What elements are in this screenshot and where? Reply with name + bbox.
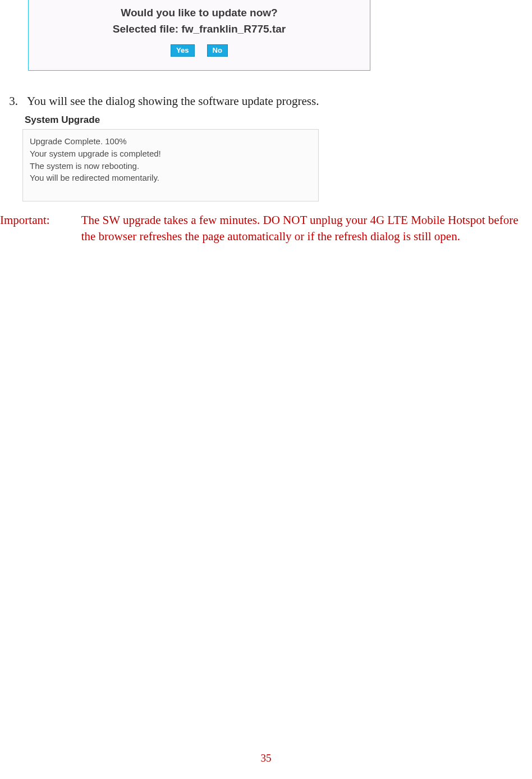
- sysup-line-2: Your system upgrade is completed!: [30, 148, 311, 160]
- step-3-row: 3. You will see the dialog showing the s…: [0, 94, 532, 108]
- system-upgrade-panel: Upgrade Complete. 100% Your system upgra…: [22, 129, 319, 201]
- system-upgrade-figure: System Upgrade Upgrade Complete. 100% Yo…: [22, 114, 319, 201]
- important-text: The SW upgrade takes a few minutes. DO N…: [81, 212, 532, 245]
- page-number: 35: [0, 752, 532, 764]
- sysup-line-1: Upgrade Complete. 100%: [30, 135, 311, 148]
- update-confirm-dialog: Would you like to update now? Selected f…: [28, 0, 370, 71]
- sysup-line-3: The system is now rebooting.: [30, 160, 311, 172]
- confirm-line-1: Would you like to update now?: [32, 4, 366, 21]
- important-label: Important:: [0, 212, 50, 245]
- step-3-number: 3.: [0, 94, 20, 108]
- confirm-button-row: Yes No: [32, 44, 366, 57]
- important-note: Important: The SW upgrade takes a few mi…: [0, 212, 532, 245]
- yes-button[interactable]: Yes: [171, 44, 194, 57]
- sysup-line-4: You will be redirected momentarily.: [30, 172, 311, 184]
- confirm-line-2: Selected file: fw_franklin_R775.tar: [32, 21, 366, 37]
- update-confirm-box: Would you like to update now? Selected f…: [28, 0, 370, 71]
- step-3-text: You will see the dialog showing the soft…: [27, 94, 532, 108]
- system-upgrade-title: System Upgrade: [25, 114, 319, 126]
- no-button[interactable]: No: [207, 44, 228, 57]
